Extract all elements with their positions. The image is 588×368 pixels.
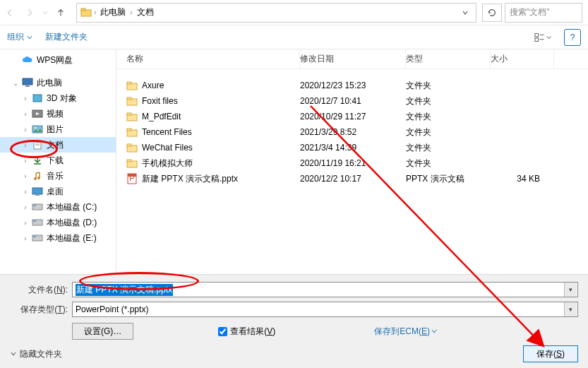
sidebar-label: 本地磁盘 (C:)	[45, 201, 97, 213]
file-name: Tencent Files	[142, 127, 192, 137]
filetype-label: 保存类型(T):	[10, 304, 72, 316]
column-type[interactable]: 类型	[406, 49, 491, 69]
toolbar: 组织 新建文件夹 ?	[0, 25, 588, 49]
view-options-button[interactable]	[534, 29, 551, 46]
cloud-icon	[22, 54, 33, 66]
sidebar-item[interactable]: › 本地磁盘 (D:)	[0, 215, 116, 230]
sidebar-label: 下载	[45, 155, 64, 167]
file-list-header: 名称 修改日期 类型 大小	[116, 49, 588, 69]
sidebar-label: 图片	[45, 124, 64, 136]
hide-folders-button[interactable]: 隐藏文件夹	[10, 348, 62, 360]
address-bar[interactable]: › 此电脑 › 文档	[76, 3, 476, 23]
caret-icon: ›	[21, 141, 30, 149]
file-type: PPTX 演示文稿	[406, 173, 491, 185]
svg-rect-24	[33, 220, 36, 222]
file-date: 2020/12/7 10:41	[300, 96, 406, 106]
sidebar-tree: WPS网盘 ⌄ 此电脑 › 3D 对象 › 视频 › 图片 › 文档 ›	[0, 49, 116, 274]
svg-point-17	[37, 177, 40, 179]
filename-row: 文件名(N): 新建 PPTX 演示文稿.pptx ▾	[10, 282, 578, 297]
sidebar-item[interactable]: › 下载	[0, 153, 116, 168]
sidebar-item[interactable]: › 本地磁盘 (C:)	[0, 199, 116, 215]
chevron-right-icon: ›	[92, 8, 97, 16]
footer-row: 隐藏文件夹 保存(S)	[10, 345, 578, 362]
nav-history-dropdown[interactable]	[40, 3, 51, 23]
sidebar-label: WPS网盘	[35, 54, 73, 66]
filename-input[interactable]: 新建 PPTX 演示文稿.pptx ▾	[72, 282, 578, 297]
filename-dropdown-icon[interactable]: ▾	[564, 283, 577, 297]
filetype-value: PowerPoint (*.pptx)	[76, 304, 148, 314]
address-dropdown-icon[interactable]	[457, 9, 473, 16]
caret-icon: ›	[21, 172, 30, 180]
filetype-dropdown-icon[interactable]: ▾	[564, 302, 577, 316]
file-row[interactable]: WeChat Files 2021/3/4 14:39 文件夹	[116, 140, 588, 155]
sidebar-item[interactable]: › 桌面	[0, 184, 116, 199]
sidebar-label: 桌面	[45, 186, 64, 198]
sidebar-item[interactable]: › 图片	[0, 121, 116, 137]
caret-icon: ›	[21, 219, 30, 227]
file-date: 2020/11/19 16:21	[300, 158, 406, 168]
sidebar-label: 文档	[45, 139, 64, 151]
sidebar-item[interactable]: › 视频	[0, 106, 116, 121]
tree-item-icon	[32, 124, 43, 135]
file-row[interactable]: 手机模拟大师 2020/11/19 16:21 文件夹	[116, 155, 588, 171]
caret-icon: ›	[21, 157, 30, 165]
save-to-ecm-link[interactable]: 保存到ECM(E)	[374, 326, 437, 338]
sidebar-item[interactable]: › 音乐	[0, 168, 116, 184]
sidebar-item[interactable]: › 3D 对象	[0, 90, 116, 106]
nav-back-button[interactable]	[0, 3, 20, 23]
filetype-combo[interactable]: PowerPoint (*.pptx) ▾	[72, 302, 578, 317]
column-name[interactable]: 名称	[116, 49, 300, 69]
sidebar-label: 此电脑	[35, 77, 62, 89]
folder-icon	[126, 111, 138, 122]
breadcrumb-documents[interactable]: 文档	[134, 4, 157, 22]
search-input[interactable]: 搜索"文档"	[505, 3, 582, 23]
refresh-button[interactable]	[482, 4, 502, 22]
chevron-right-icon: ›	[128, 8, 133, 16]
file-row[interactable]: Foxit files 2020/12/7 10:41 文件夹	[116, 93, 588, 109]
settings-button[interactable]: 设置(G)…	[72, 323, 133, 340]
sidebar-item-wps[interactable]: WPS网盘	[0, 52, 116, 68]
sidebar-label: 视频	[45, 108, 64, 120]
column-size[interactable]: 大小	[491, 49, 554, 69]
chevron-down-icon	[27, 35, 32, 40]
svg-point-16	[34, 177, 37, 180]
new-folder-button[interactable]: 新建文件夹	[45, 31, 88, 43]
file-name: 手机模拟大师	[142, 158, 193, 170]
new-folder-label: 新建文件夹	[45, 31, 88, 43]
svg-rect-2	[535, 33, 539, 37]
svg-point-11	[35, 127, 37, 129]
save-form: 文件名(N): 新建 PPTX 演示文稿.pptx ▾ 保存类型(T): Pow…	[0, 274, 588, 368]
checkbox-input[interactable]	[218, 327, 227, 336]
breadcrumb-this-pc[interactable]: 此电脑	[97, 4, 128, 22]
svg-rect-8	[33, 95, 42, 102]
file-row[interactable]: Tencent Files 2021/3/29 8:52 文件夹	[116, 124, 588, 140]
pptx-icon: P	[126, 173, 138, 184]
folder-icon	[126, 142, 138, 153]
svg-rect-34	[127, 129, 131, 131]
svg-rect-19	[32, 188, 42, 194]
file-row[interactable]: M_PdfEdit 2020/10/29 11:27 文件夹	[116, 109, 588, 124]
column-date[interactable]: 修改日期	[300, 49, 406, 69]
svg-rect-36	[127, 144, 131, 146]
sidebar-item[interactable]: › 本地磁盘 (E:)	[0, 230, 116, 246]
sidebar-item[interactable]: › 文档	[0, 137, 116, 153]
tree-item-icon	[32, 217, 43, 228]
sidebar-item-this-pc[interactable]: ⌄ 此电脑	[0, 75, 116, 90]
file-row[interactable]: P新建 PPTX 演示文稿.pptx 2020/12/2 10:17 PPTX …	[116, 171, 588, 186]
nav-up-button[interactable]	[51, 3, 71, 23]
svg-rect-7	[25, 85, 30, 87]
help-button[interactable]: ?	[564, 29, 581, 46]
folder-icon	[126, 158, 138, 169]
folder-icon	[126, 95, 138, 107]
file-name: M_PdfEdit	[142, 112, 181, 121]
organize-button[interactable]: 组织	[7, 31, 32, 43]
save-button[interactable]: 保存(S)	[523, 345, 578, 362]
file-name: 新建 PPTX 演示文稿.pptx	[142, 173, 238, 185]
file-date: 2021/3/4 14:39	[300, 143, 406, 153]
nav-forward-button[interactable]	[20, 3, 40, 23]
view-result-checkbox[interactable]: 查看结果(V)	[218, 326, 275, 338]
file-row[interactable]: Axure 2020/12/23 15:23 文件夹	[116, 78, 588, 93]
tree-item-icon	[32, 139, 43, 150]
tree-item-icon	[32, 186, 43, 197]
svg-rect-28	[127, 82, 131, 84]
